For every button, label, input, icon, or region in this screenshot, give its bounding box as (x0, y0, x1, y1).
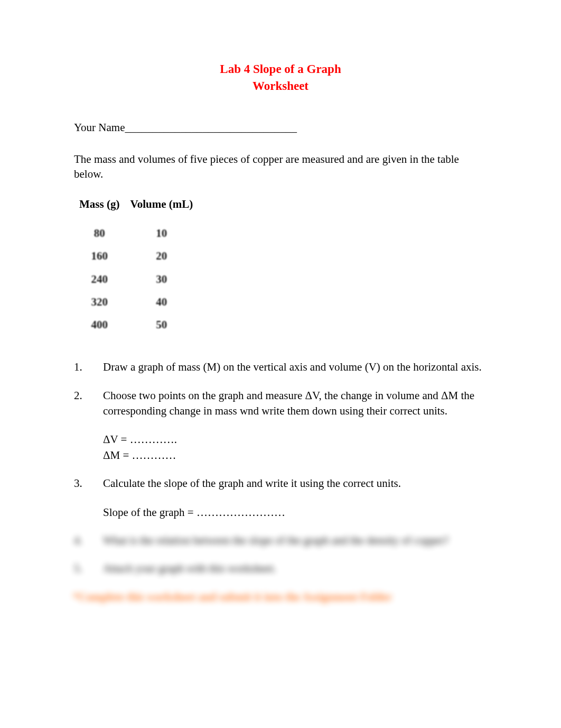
cell-volume: 20 (125, 245, 198, 268)
question-number: 2. (74, 388, 103, 464)
cell-mass: 240 (74, 268, 125, 291)
question-4: 4. What is the relation between the slop… (74, 533, 487, 548)
questions-list: 1. Draw a graph of mass (M) on the verti… (74, 360, 487, 605)
question-body: Calculate the slope of the graph and wri… (103, 476, 487, 520)
data-table: Mass (g) Volume (mL) 80 10 160 20 240 30… (74, 195, 198, 336)
slope-line[interactable]: Slope of the graph = …………………… (103, 505, 487, 520)
document-title: Lab 4 Slope of a Graph Worksheet (74, 61, 487, 95)
name-field-line: Your Name_______________________________ (74, 120, 487, 135)
question-number: 1. (74, 360, 103, 375)
cell-volume: 50 (125, 314, 198, 336)
table-row: 320 40 (74, 291, 198, 314)
question-text: Calculate the slope of the graph and wri… (103, 476, 487, 491)
question-body: Choose two points on the graph and measu… (103, 388, 487, 464)
question-5: 5. Attach your graph with this worksheet… (74, 561, 487, 576)
cell-volume: 30 (125, 268, 198, 291)
question-1: 1. Draw a graph of mass (M) on the verti… (74, 360, 487, 375)
intro-paragraph: The mass and volumes of five pieces of c… (74, 152, 487, 182)
header-mass: Mass (g) (74, 195, 125, 222)
question-body: What is the relation between the slope o… (103, 533, 487, 548)
delta-v-line[interactable]: ΔV = …………. (103, 432, 487, 447)
cell-mass: 80 (74, 222, 125, 245)
question-2: 2. Choose two points on the graph and me… (74, 388, 487, 464)
question-number: 5. (74, 561, 103, 576)
cell-volume: 10 (125, 222, 198, 245)
name-blank[interactable]: _______________________________ (125, 121, 297, 134)
table-row: 160 20 (74, 245, 198, 268)
delta-m-line[interactable]: ΔM = ………… (103, 448, 487, 463)
title-line-1: Lab 4 Slope of a Graph (220, 62, 341, 76)
question-number: 3. (74, 476, 103, 520)
cell-volume: 40 (125, 291, 198, 314)
question-body: Draw a graph of mass (M) on the vertical… (103, 360, 487, 375)
data-table-wrapper: Mass (g) Volume (mL) 80 10 160 20 240 30… (74, 195, 198, 336)
completion-note: *Complete this worksheet and submit it i… (73, 589, 487, 605)
question-3: 3. Calculate the slope of the graph and … (74, 476, 487, 520)
cell-mass: 320 (74, 291, 125, 314)
title-line-2: Worksheet (74, 78, 487, 95)
table-row: 240 30 (74, 268, 198, 291)
table-row: 400 50 (74, 314, 198, 336)
question-text: Choose two points on the graph and measu… (103, 388, 487, 419)
cell-mass: 400 (74, 314, 125, 336)
table-header-row: Mass (g) Volume (mL) (74, 195, 198, 222)
question-body: Attach your graph with this worksheet. (103, 561, 487, 576)
name-label: Your Name (74, 121, 125, 134)
blurred-content: 4. What is the relation between the slop… (74, 533, 487, 605)
question-number: 4. (74, 533, 103, 548)
table-row: 80 10 (74, 222, 198, 245)
header-volume: Volume (mL) (125, 195, 198, 222)
cell-mass: 160 (74, 245, 125, 268)
